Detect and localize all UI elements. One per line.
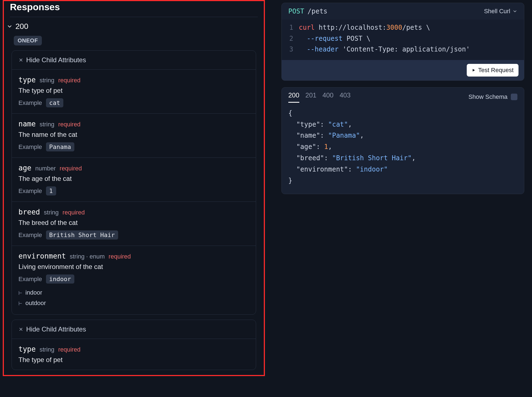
enum-item: ⊢outdoor [18,298,249,308]
attribute-description: The type of pet [18,356,249,364]
attribute-type: string [40,121,55,128]
required-badge: required [58,77,80,84]
attribute-row: agenumberrequiredThe age of the catExamp… [12,157,256,202]
attribute-description: The breed of the cat [18,219,249,227]
attribute-name: environment [18,252,66,260]
response-tab-200[interactable]: 200 [288,91,299,103]
close-icon [18,58,23,62]
attribute-example: Exampleindoor [18,274,249,284]
status-code: 200 [15,22,28,31]
response-tabs: 200201400403 [288,91,351,103]
chevron-down-icon [512,9,517,14]
responses-heading: Responses [4,1,264,17]
attribute-row: namestringrequiredThe name of the catExa… [12,113,256,157]
schema-block: Hide Child AttributestypestringrequiredT… [12,320,256,370]
attribute-name: type [18,345,36,353]
required-badge: required [58,121,80,128]
attribute-type: string [40,346,55,353]
request-panel: POST /pets Shell Curl 1curl http://local… [281,3,524,81]
attribute-name: type [18,76,36,84]
attribute-description: The type of pet [18,87,249,94]
language-label: Shell Curl [484,8,510,15]
attribute-type: string · enum [70,253,105,260]
attribute-example: Examplecat [18,98,249,107]
test-request-label: Test Request [478,67,514,74]
required-badge: required [63,209,85,216]
required-badge: required [108,253,131,260]
response-tab-403[interactable]: 403 [340,91,351,103]
required-badge: required [58,346,80,353]
response-json: { "type": "cat", "name": "Panama", "age"… [282,103,524,194]
attribute-example: ExamplePanama [18,142,249,151]
attribute-row: typestringrequiredThe type of pet [12,339,256,370]
response-tab-201[interactable]: 201 [305,91,316,103]
attribute-description: Living environment of the cat [18,263,249,271]
hide-child-attributes-button[interactable]: Hide Child Attributes [12,320,256,339]
schema-block: Hide Child AttributestypestringrequiredT… [12,50,256,315]
attribute-name: name [18,120,36,128]
method-path: POST /pets [288,7,327,15]
attribute-type: string [44,209,59,216]
request-header: POST /pets Shell Curl [282,3,524,20]
show-schema-label: Show Schema [468,93,507,100]
show-schema-toggle[interactable]: Show Schema [468,93,517,100]
chevron-down-icon [7,23,13,29]
attribute-description: The name of the cat [18,131,249,138]
test-row: Test Request [282,60,524,80]
attribute-description: The age of the cat [18,175,249,183]
right-column: POST /pets Shell Curl 1curl http://local… [281,0,529,376]
attribute-row: typestringrequiredThe type of petExample… [12,69,256,113]
hide-child-attributes-button[interactable]: Hide Child Attributes [12,51,256,69]
curl-code-block: 1curl http://localhost:3000/pets \ 2 --r… [282,20,524,60]
attribute-type: number [35,165,56,172]
attribute-row: breedstringrequiredThe breed of the catE… [12,202,256,246]
attribute-type: string [40,77,55,84]
response-tabs-row: 200201400403 Show Schema [282,88,524,103]
attribute-example: Example1 [18,186,249,195]
enum-item: ⊢indoor [18,287,249,298]
status-row[interactable]: 200 [4,17,264,35]
http-method: POST [288,7,304,15]
attribute-name: age [18,164,31,172]
http-path: /pets [308,7,327,15]
attribute-row: environmentstring · enumrequiredLiving e… [12,246,256,314]
responses-panel: Responses 200 ONEOF Hide Child Attribute… [3,0,265,376]
play-icon [472,68,476,72]
language-selector[interactable]: Shell Curl [484,8,517,15]
oneof-badge: ONEOF [14,36,42,45]
attribute-example: ExampleBritish Short Hair [18,230,249,240]
attribute-name: breed [18,208,40,216]
test-request-button[interactable]: Test Request [467,64,519,77]
response-tab-400[interactable]: 400 [322,91,333,103]
enum-list: ⊢indoor⊢outdoor [18,287,249,308]
required-badge: required [60,165,82,172]
close-icon [18,327,23,332]
checkbox-icon [511,94,517,100]
response-panel: 200201400403 Show Schema { "type": "cat"… [281,87,524,194]
